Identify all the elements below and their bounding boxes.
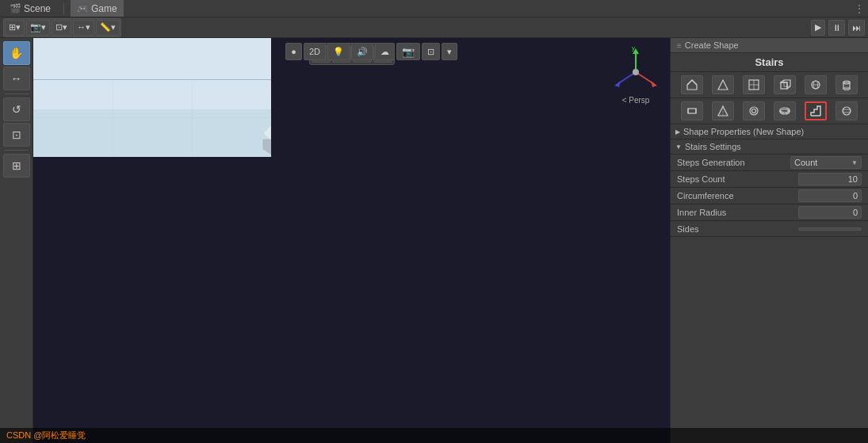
svg-marker-35 [651,81,657,87]
svg-marker-37 [614,81,621,87]
pause-btn[interactable]: ⏸ [828,20,845,36]
svg-rect-55 [688,109,696,113]
svg-marker-41 [718,80,728,90]
steps-count-value[interactable]: 10 [798,173,862,185]
circumference-value[interactable]: 0 [798,189,862,202]
shape-disc-btn[interactable] [774,101,796,120]
panel-header: ≡ Create Shape [671,38,868,53]
audio-btn[interactable]: 🔊 [351,43,373,60]
tab-separator [63,3,64,14]
svg-text:y: y [632,44,635,52]
bottom-watermark: CSDN @阿松爱睡觉 [0,428,868,443]
scene-top-controls: ● 2D 💡 🔊 ☁ 📷 ⊡ ▾ [285,43,457,60]
steps-count-label: Steps Count [677,174,798,184]
2d-btn[interactable]: 2D [304,43,326,60]
steps-generation-value: Count [794,158,817,167]
shape-props-arrow: ▶ [675,128,680,136]
transform-tools: ⊞▾ 📷▾ ⊡▾ ↔▾ 📏▾ [3,18,121,37]
inner-radius-label: Inner Radius [677,208,798,217]
shape-plane-btn[interactable] [743,75,765,94]
inner-radius-value[interactable]: 0 [798,206,862,219]
watermark-text: CSDN @阿松爱睡觉 [6,430,86,440]
shape-sphere-btn[interactable] [805,75,827,94]
viewport[interactable]: ● 2D 💡 🔊 ☁ 📷 ⊡ ▾ [33,38,670,443]
transform-tool-btn[interactable]: ⊞ [3,154,30,178]
hand-tool-btn[interactable]: ✋ [3,41,30,65]
shape-props-label: Shape Properties (New Shape) [683,127,804,136]
effects-btn[interactable]: ☁ [375,43,395,60]
steps-generation-dropdown[interactable]: Count ▼ [790,156,862,169]
lighting-btn[interactable]: 💡 [327,43,350,60]
gizmo-btn[interactable]: ⊡ [422,43,440,60]
shape-pyramid-btn[interactable] [712,101,734,120]
shape-triangle-btn[interactable] [712,75,734,94]
shape-icons-row1 [671,72,868,98]
game-tab-icon: 🎮 [77,3,89,14]
panel-title: Stairs [671,53,868,72]
play-btn[interactable]: ▶ [811,20,825,36]
grid-canvas [33,38,271,157]
create-shape-panel: ≡ Create Shape Stairs [670,38,868,443]
shape-circle-btn[interactable] [835,101,858,120]
tool-separator [5,94,29,94]
shape-icons-row2 [671,98,868,124]
shape-properties-section[interactable]: ▶ Shape Properties (New Shape) [671,124,868,139]
steps-count-row: Steps Count 10 [671,171,868,188]
steps-generation-row: Steps Generation Count ▼ [671,155,868,171]
tool-separator-2 [5,150,29,151]
scene-tab-icon: 🎬 [10,3,21,14]
more-options-icon[interactable]: ⋮ [854,2,865,15]
steps-generation-label: Steps Generation [677,158,790,167]
left-toolbar: ✋ ↔ ↺ ⊡ ⊞ [0,38,33,443]
settings-btn[interactable]: ▾ [442,43,457,60]
shape-cylinder-btn[interactable] [835,75,858,94]
circumference-label: Circumference [677,191,798,200]
dropdown-arrow-icon: ▼ [851,159,858,166]
sides-row: Sides [671,221,868,237]
svg-marker-40 [687,80,697,90]
game-tab-label: Game [91,3,117,14]
main-layout: ✋ ↔ ↺ ⊡ ⊞ [0,38,868,443]
shape-capsule-btn[interactable] [681,101,703,120]
scene-tab[interactable]: 🎬 Scene [3,0,57,17]
toolbar-row: ⊞▾ 📷▾ ⊡▾ ↔▾ 📏▾ ▶ ⏸ ⏭ [0,17,868,38]
svg-marker-46 [781,80,790,89]
game-tab[interactable]: 🎮 Game [71,0,124,17]
svg-point-68 [843,109,851,113]
shape-house-btn[interactable] [681,75,703,94]
circumference-row: Circumference 0 [671,188,868,204]
gizmo: y < Persp [608,44,663,100]
inner-radius-row: Inner Radius 0 [671,204,868,221]
render-mode-btn[interactable]: ● [285,43,302,60]
svg-point-67 [843,107,851,115]
svg-rect-3 [33,80,271,158]
stairs-settings-section[interactable]: ▼ Stairs Settings [671,139,868,155]
rotate-tool-btn[interactable]: ↺ [3,97,30,121]
box-tool-btn[interactable]: ⊡▾ [52,20,71,36]
scene-tab-label: Scene [24,3,51,14]
panel-header-label: Create Shape [685,40,739,50]
ruler-tool-btn[interactable]: 📏▾ [96,20,120,36]
move-tool-btn[interactable]: ↔ [3,67,30,90]
top-bar: 🎬 Scene 🎮 Game ⋮ [0,0,868,17]
scale-tool-btn[interactable]: ↔▾ [73,20,94,36]
camera-btn[interactable]: 📷 [396,43,420,60]
sides-value[interactable] [798,227,862,231]
sides-label: Sides [677,224,798,234]
stairs-settings-label: Stairs Settings [685,142,741,151]
move-tool-btn[interactable]: ⊞▾ [5,20,25,36]
shape-ring-btn[interactable] [743,101,765,120]
svg-point-61 [752,109,756,113]
shape-cube-btn[interactable] [774,75,796,94]
svg-point-38 [633,69,639,75]
svg-point-60 [750,107,758,115]
shape-stairs-btn[interactable] [805,101,827,120]
step-btn[interactable]: ⏭ [848,20,865,36]
panel-header-dots: ≡ [677,41,682,50]
rect-tool-btn[interactable]: ⊡ [3,123,30,147]
stairs-arrow: ▼ [675,143,682,151]
camera-tool-btn[interactable]: 📷▾ [26,20,50,36]
